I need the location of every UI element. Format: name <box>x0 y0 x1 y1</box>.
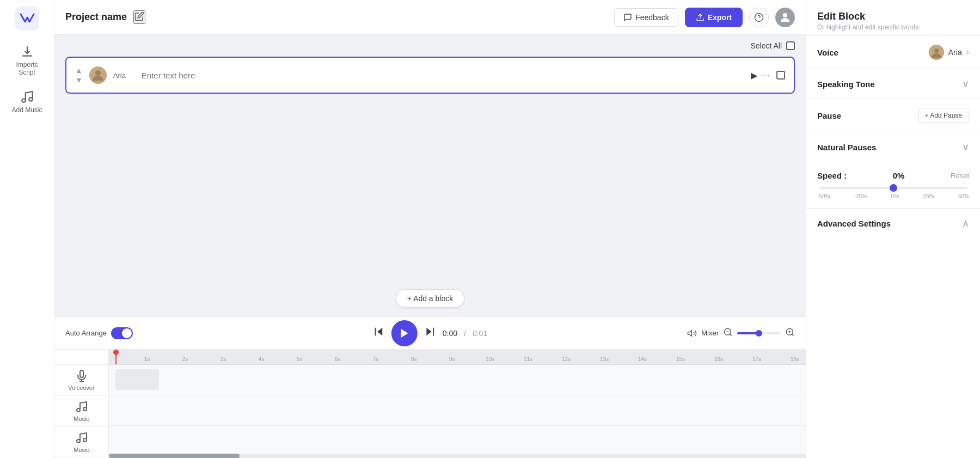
block-more-button[interactable]: ··· <box>762 70 770 81</box>
block-play-button[interactable]: ▶ <box>751 70 757 81</box>
block-voice-avatar <box>89 66 107 84</box>
voiceover-block[interactable] <box>115 369 159 390</box>
block-up-arrow[interactable]: ▲ <box>75 66 83 74</box>
zoom-out-button[interactable] <box>723 327 733 339</box>
avatar-icon <box>779 11 792 24</box>
advanced-settings-label: Advanced Settings <box>817 219 891 228</box>
transport-bar: Auto Arrange <box>54 316 806 349</box>
tick-9s: 9s <box>449 356 455 362</box>
feedback-button[interactable]: Feedback <box>614 8 678 27</box>
speed-ticks: -50% -25% 0% 25% 50% <box>817 193 969 199</box>
main-play-button[interactable] <box>391 320 418 346</box>
speaking-tone-toggle[interactable]: ∨ <box>962 78 969 90</box>
tick-13s: 13s <box>600 356 609 362</box>
speed-slider-container: -50% -25% 0% 25% 50% <box>817 187 969 199</box>
advanced-settings-toggle[interactable]: ∧ <box>962 217 969 229</box>
timeline-label-voiceover[interactable]: Voiceover <box>54 365 108 396</box>
natural-pauses-label: Natural Pauses <box>817 143 876 152</box>
user-avatar[interactable] <box>775 8 795 27</box>
speaking-tone-label: Speaking Tone <box>817 80 875 89</box>
tick-11s: 11s <box>524 356 532 362</box>
app-logo[interactable] <box>15 7 39 30</box>
sidebar-item-imports[interactable]: Imports Script <box>5 39 49 82</box>
tick-1s: 1s <box>144 356 150 362</box>
pause-row: Pause + Add Pause <box>817 108 969 123</box>
svg-point-8 <box>95 70 101 76</box>
svg-point-26 <box>77 439 80 443</box>
music-icon <box>20 90 34 104</box>
voice-row: Voice Aria › <box>817 45 969 60</box>
speed-slider-track[interactable] <box>819 187 967 189</box>
script-block: ▲ ▼ Aria <box>65 57 795 94</box>
block-checkbox[interactable] <box>776 71 785 80</box>
mixer-area: Mixer <box>687 327 795 339</box>
timeline-label-music2[interactable]: Music <box>54 427 108 458</box>
edit-project-name-button[interactable] <box>133 10 145 24</box>
tick-6s: 6s <box>335 356 341 362</box>
speed-reset-button[interactable]: Reset <box>951 172 969 180</box>
header: Project name Feedback <box>54 0 806 35</box>
add-block-label: + Add a block <box>407 294 453 303</box>
playhead-dot <box>113 350 119 355</box>
export-button[interactable]: Export <box>685 8 743 27</box>
add-pause-button[interactable]: + Add Pause <box>918 108 969 123</box>
block-down-arrow[interactable]: ▼ <box>75 76 83 84</box>
timeline-label-voiceover-text: Voiceover <box>68 384 94 391</box>
natural-pauses-toggle[interactable]: ∨ <box>962 141 969 153</box>
sidebar-item-music[interactable]: Add Music <box>5 84 49 119</box>
project-name: Project name <box>65 11 127 23</box>
add-pause-label: + Add Pause <box>925 112 962 119</box>
main-content: Project name Feedback <box>54 0 806 458</box>
speed-section: Speed : 0% Reset -50% -25% 0% 25% 50% <box>806 162 980 208</box>
speed-tick-plus25: 25% <box>923 193 934 199</box>
block-voice-name: Aria <box>113 71 135 80</box>
block-controls: ▶ ··· <box>751 70 770 81</box>
timeline-ruler: 1s 2s 3s 4s 5s 6s 7s 8s 9s 10s 11s 12s 1… <box>109 350 806 365</box>
skip-forward-button[interactable] <box>424 326 436 340</box>
time-total: 0:01 <box>473 329 487 338</box>
timeline-scrollbar-thumb[interactable] <box>109 454 240 458</box>
skip-back-button[interactable] <box>373 326 385 340</box>
svg-point-25 <box>83 407 87 411</box>
select-all-button[interactable]: Select All <box>750 41 795 50</box>
advanced-settings-row: Advanced Settings ∧ <box>817 217 969 229</box>
auto-arrange-label: Auto Arrange <box>65 329 107 337</box>
speed-header: Speed : 0% Reset <box>817 171 969 180</box>
timeline-tracks[interactable]: 1s 2s 3s 4s 5s 6s 7s 8s 9s 10s 11s 12s 1… <box>109 350 806 458</box>
feedback-icon <box>623 13 632 22</box>
svg-point-1 <box>22 99 26 102</box>
mixer-label: Mixer <box>701 329 719 337</box>
voice-avatar-small <box>929 45 944 60</box>
help-button[interactable] <box>749 8 769 27</box>
block-text-input[interactable] <box>142 71 744 80</box>
auto-arrange-toggle[interactable] <box>111 327 133 339</box>
speaking-tone-section: Speaking Tone ∨ <box>806 69 980 99</box>
tick-3s: 3s <box>220 356 226 362</box>
add-block-button[interactable]: + Add a block <box>396 289 464 308</box>
select-all-checkbox[interactable] <box>786 41 795 50</box>
svg-marker-9 <box>377 328 382 336</box>
skip-forward-icon <box>424 326 436 338</box>
tick-15s: 15s <box>676 356 685 362</box>
tick-12s: 12s <box>562 356 571 362</box>
volume-slider[interactable] <box>737 332 781 334</box>
timeline-label-music1[interactable]: Music <box>54 396 108 427</box>
play-icon <box>399 327 411 339</box>
timeline-labels: Voiceover Music Music <box>54 350 109 458</box>
speed-slider-thumb[interactable] <box>890 184 897 192</box>
tick-10s: 10s <box>486 356 494 362</box>
zoom-in-button[interactable] <box>785 327 795 339</box>
svg-marker-14 <box>688 330 692 336</box>
tick-17s: 17s <box>752 356 761 362</box>
auto-arrange: Auto Arrange <box>65 327 133 339</box>
volume-icon <box>687 328 697 338</box>
speed-tick-minus50: -50% <box>817 193 830 199</box>
voice-label: Voice <box>817 48 838 57</box>
zoom-in-icon <box>785 327 795 337</box>
time-current: 0:00 <box>443 329 457 338</box>
timeline-scrollbar[interactable] <box>109 454 806 458</box>
voice-selector[interactable]: Aria › <box>929 45 969 60</box>
speed-label: Speed : <box>817 171 847 180</box>
voice-name: Aria <box>948 48 962 57</box>
tick-8s: 8s <box>411 356 417 362</box>
